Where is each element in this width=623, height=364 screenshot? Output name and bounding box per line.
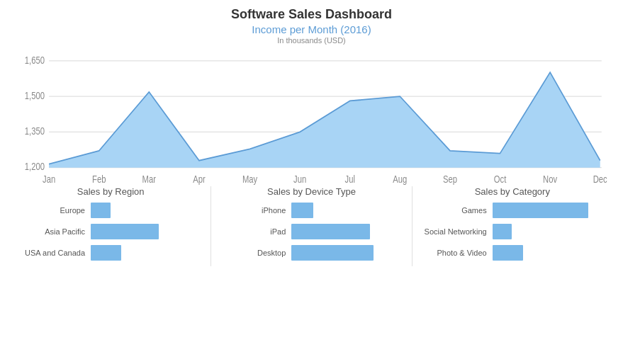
region-track-1 <box>91 224 200 239</box>
device-label-0: iPhone <box>222 206 286 215</box>
svg-text:Oct: Oct <box>494 174 507 185</box>
main-title: Software Sales Dashboard <box>14 7 609 22</box>
svg-text:1,650: 1,650 <box>25 55 45 66</box>
svg-text:Feb: Feb <box>92 174 106 185</box>
svg-text:Mar: Mar <box>142 174 156 185</box>
region-fill-2 <box>91 245 121 261</box>
area-fill <box>49 72 600 168</box>
device-bar-row-2: Desktop <box>222 245 400 261</box>
svg-text:Dec: Dec <box>593 174 607 185</box>
svg-text:Nov: Nov <box>543 174 558 185</box>
category-label-0: Games <box>423 206 487 215</box>
region-track-2 <box>91 245 200 261</box>
category-label-2: Photo & Video <box>423 249 487 257</box>
region-label-1: Asia Pacific <box>21 227 85 236</box>
region-label-2: USA and Canada <box>21 249 85 257</box>
region-label-0: Europe <box>21 206 85 215</box>
device-fill-1 <box>291 224 370 239</box>
svg-text:Jun: Jun <box>293 174 306 185</box>
category-fill-2 <box>493 245 523 261</box>
svg-text:Apr: Apr <box>193 174 206 185</box>
device-label-2: Desktop <box>222 249 286 257</box>
svg-text:Aug: Aug <box>393 174 407 185</box>
region-bar-row-2: USA and Canada <box>21 245 200 261</box>
category-track-2 <box>493 245 602 261</box>
area-chart-title: Income per Month (2016) <box>14 23 609 35</box>
area-chart-container: Income per Month (2016) In thousands (US… <box>14 23 609 179</box>
svg-text:1,500: 1,500 <box>25 91 45 101</box>
category-bar-row-2: Photo & Video <box>423 245 602 261</box>
svg-text:1,350: 1,350 <box>25 126 45 137</box>
svg-text:Jul: Jul <box>345 174 355 185</box>
category-bar-row-1: Social Networking <box>423 224 602 239</box>
device-bar-row-1: iPad <box>222 224 400 239</box>
area-chart-svg: 1,650 1,500 1,350 1,200 Jan Feb Mar Apr … <box>14 47 609 203</box>
svg-text:Jan: Jan <box>43 174 55 185</box>
area-chart-subtitle: In thousands (USD) <box>14 36 609 45</box>
device-track-2 <box>291 245 400 261</box>
category-track-1 <box>493 224 602 239</box>
device-track-1 <box>291 224 400 239</box>
region-fill-1 <box>91 224 159 239</box>
dashboard: Software Sales Dashboard Income per Mont… <box>0 0 623 364</box>
device-fill-2 <box>291 245 374 261</box>
svg-text:Sep: Sep <box>443 174 457 185</box>
svg-text:1,200: 1,200 <box>25 161 45 172</box>
svg-text:May: May <box>242 174 258 185</box>
category-fill-1 <box>493 224 512 239</box>
device-label-1: iPad <box>222 227 286 236</box>
region-bar-row-1: Asia Pacific <box>21 224 200 239</box>
category-label-1: Social Networking <box>423 227 487 236</box>
